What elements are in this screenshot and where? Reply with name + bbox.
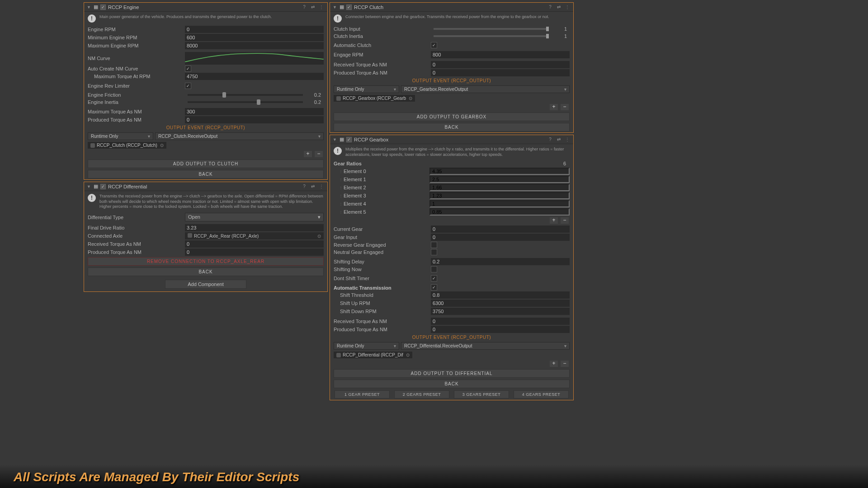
object-ref[interactable]: RCCP_Gearbox (RCCP_Gearb⊙: [334, 95, 415, 102]
prod-tq-input[interactable]: [431, 69, 570, 76]
friction-slider[interactable]: [188, 94, 303, 96]
auto-clutch-checkbox[interactable]: [431, 42, 437, 48]
receive-dropdown[interactable]: RCCP_Clutch.ReceiveOutput: [155, 132, 324, 140]
add-output-gearbox-button[interactable]: ADD OUTPUT TO GEARBOX: [334, 113, 570, 121]
auto-nm-checkbox[interactable]: [185, 66, 191, 72]
add-component-button[interactable]: Add Component: [165, 280, 246, 289]
enable-checkbox[interactable]: [100, 184, 106, 189]
foldout-icon[interactable]: ▼: [87, 184, 91, 189]
engage-rpm-input[interactable]: [431, 51, 570, 58]
remove-icon[interactable]: ⊙: [160, 143, 164, 148]
back-button[interactable]: BACK: [88, 170, 324, 178]
menu-icon[interactable]: ⋮: [318, 184, 325, 189]
max-rpm-input[interactable]: [185, 42, 324, 49]
receive-dropdown[interactable]: RCCP_Differential.ReceiveOutput: [401, 342, 570, 350]
remove-button[interactable]: −: [561, 361, 569, 367]
help-icon[interactable]: ?: [547, 137, 553, 142]
recv-tq-input[interactable]: [431, 318, 570, 325]
help-icon[interactable]: ?: [301, 184, 307, 189]
prod-tq-input[interactable]: [185, 116, 324, 123]
remove-button[interactable]: −: [561, 104, 569, 110]
back-button[interactable]: BACK: [88, 267, 324, 276]
foldout-icon[interactable]: ▼: [87, 5, 91, 9]
shift-delay-input[interactable]: [431, 258, 570, 265]
add-output-clutch-button[interactable]: ADD OUTPUT TO CLUTCH: [88, 160, 324, 168]
neutral-checkbox[interactable]: [431, 249, 437, 255]
drag-handle-icon[interactable]: ⋮⋮: [339, 194, 344, 198]
dont-shift-checkbox[interactable]: [431, 275, 437, 282]
add-button[interactable]: +: [550, 361, 558, 367]
add-button[interactable]: +: [304, 151, 312, 157]
recv-tq-input[interactable]: [431, 61, 570, 68]
shift-threshold-input[interactable]: [431, 291, 570, 299]
add-gear-button[interactable]: +: [550, 217, 558, 224]
gear-4-input[interactable]: [429, 200, 570, 207]
preset-icon[interactable]: ⇄: [310, 5, 316, 9]
help-icon[interactable]: ?: [547, 5, 553, 9]
shift-up-input[interactable]: [431, 300, 570, 307]
max-tq-input[interactable]: [185, 108, 324, 115]
drag-handle-icon[interactable]: ⋮⋮: [339, 202, 344, 206]
remove-icon[interactable]: ⊙: [409, 96, 412, 101]
drag-handle-icon[interactable]: ⋮⋮: [339, 169, 344, 174]
reverse-checkbox[interactable]: [431, 242, 437, 248]
final-drive-input[interactable]: [185, 224, 324, 231]
help-icon[interactable]: ?: [301, 5, 307, 9]
inertia-slider[interactable]: [188, 101, 303, 103]
enable-checkbox[interactable]: [100, 5, 106, 10]
menu-icon[interactable]: ⋮: [318, 5, 325, 9]
gear-input-field[interactable]: [431, 234, 570, 241]
axle-object-field[interactable]: RCCP_Axle_Rear (RCCP_Axle)⊙: [185, 232, 324, 239]
prod-tq-input[interactable]: [185, 249, 324, 256]
menu-icon[interactable]: ⋮: [564, 137, 571, 142]
menu-icon[interactable]: ⋮: [564, 5, 571, 9]
runtime-dropdown[interactable]: Runtime Only: [88, 132, 153, 140]
auto-trans-checkbox[interactable]: [431, 284, 437, 291]
remove-gear-button[interactable]: −: [561, 217, 569, 224]
preset-2-button[interactable]: 2 GEARS PRESET: [394, 390, 449, 399]
clutch-inertia-slider[interactable]: [434, 35, 549, 37]
remove-connection-button[interactable]: REMOVE CONNECTION TO RCCP_AXLE_REAR: [88, 257, 324, 266]
add-button[interactable]: +: [550, 104, 558, 110]
preset-4-button[interactable]: 4 GEARS PRESET: [514, 390, 569, 399]
remove-button[interactable]: −: [315, 151, 323, 157]
foldout-icon[interactable]: ▼: [333, 5, 337, 9]
enable-checkbox[interactable]: [346, 137, 352, 142]
drag-handle-icon[interactable]: ⋮⋮: [339, 210, 344, 214]
preset-icon[interactable]: ⇄: [556, 137, 562, 142]
enable-checkbox[interactable]: [346, 5, 352, 10]
gear-1-input[interactable]: [429, 176, 570, 183]
preset-icon[interactable]: ⇄: [556, 5, 562, 9]
diff-type-dropdown[interactable]: Open▾: [185, 213, 324, 221]
nm-curve[interactable]: [185, 52, 324, 65]
remove-icon[interactable]: ⊙: [406, 352, 410, 357]
object-ref[interactable]: RCCP_Clutch (RCCP_Clutch)⊙: [88, 142, 166, 149]
min-rpm-input[interactable]: [185, 34, 324, 41]
gear-ratios-label[interactable]: Gear Ratios: [334, 161, 431, 166]
runtime-dropdown[interactable]: Runtime Only: [334, 85, 399, 93]
add-output-diff-button[interactable]: ADD OUTPUT TO DIFFERENTIAL: [334, 369, 570, 378]
gear-5-input[interactable]: [429, 208, 570, 216]
max-tq-rpm-input[interactable]: [185, 73, 324, 80]
prod-tq-input[interactable]: [431, 326, 570, 333]
shifting-now-checkbox[interactable]: [431, 266, 437, 272]
rev-limiter-checkbox[interactable]: [185, 83, 191, 89]
drag-handle-icon[interactable]: ⋮⋮: [339, 178, 344, 182]
back-button[interactable]: BACK: [334, 380, 570, 388]
preset-1-button[interactable]: 1 GEAR PRESET: [335, 390, 390, 399]
gear-0-input[interactable]: [429, 168, 570, 175]
receive-dropdown[interactable]: RCCP_Gearbox.ReceiveOutput: [401, 85, 570, 93]
engine-rpm-input[interactable]: [185, 26, 324, 33]
recv-tq-input[interactable]: [185, 240, 324, 248]
foldout-icon[interactable]: ▼: [333, 137, 337, 142]
drag-handle-icon[interactable]: ⋮⋮: [339, 186, 344, 190]
clutch-input-slider[interactable]: [434, 28, 549, 30]
gear-3-input[interactable]: [429, 192, 570, 199]
back-button[interactable]: BACK: [334, 123, 570, 131]
preset-3-button[interactable]: 3 GEARS PRESET: [454, 390, 509, 399]
preset-icon[interactable]: ⇄: [310, 184, 316, 189]
shift-down-input[interactable]: [431, 308, 570, 315]
runtime-dropdown[interactable]: Runtime Only: [334, 342, 399, 350]
current-gear-input[interactable]: [431, 225, 570, 233]
gear-2-input[interactable]: [429, 184, 570, 191]
